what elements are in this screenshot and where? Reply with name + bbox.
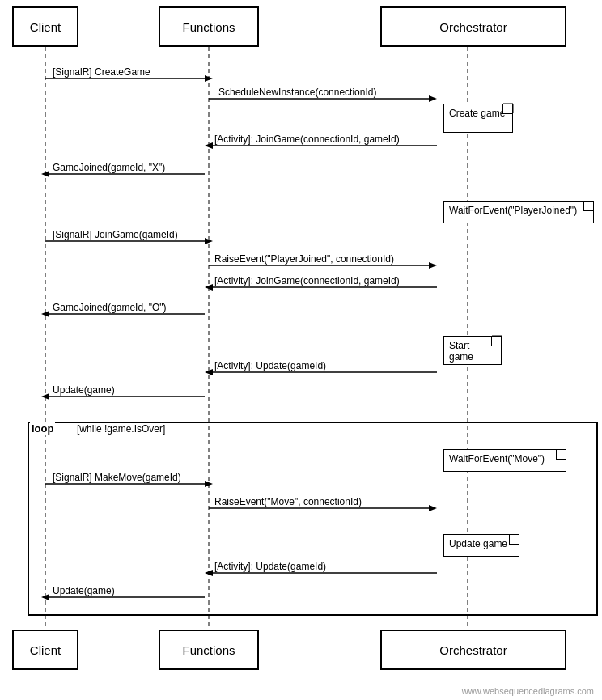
msg-joingame-2: [Activity]: JoinGame(connectionId, gameI…	[214, 275, 400, 286]
svg-marker-9	[205, 142, 213, 149]
note-start-game: Start game	[443, 336, 502, 365]
svg-marker-27	[429, 505, 437, 511]
svg-marker-11	[41, 171, 49, 177]
client-top-label: Client	[30, 20, 61, 34]
functions-top-label: Functions	[182, 20, 235, 34]
msg-gamejoined-o: GameJoined(gameId, "O")	[53, 302, 167, 313]
svg-marker-25	[205, 481, 213, 487]
watermark: www.websequencediagrams.com	[462, 686, 594, 696]
svg-marker-21	[205, 369, 213, 375]
note-wait-move: WaitForEvent("Move")	[443, 449, 566, 472]
msg-joingame-1: [Activity]: JoinGame(connectionId, gameI…	[214, 134, 400, 145]
svg-marker-13	[205, 238, 213, 244]
svg-marker-7	[429, 95, 437, 102]
functions-top-box: Functions	[159, 6, 259, 47]
client-bottom-label: Client	[30, 643, 61, 657]
note-update-game: Update game	[443, 534, 519, 557]
client-bottom-box: Client	[12, 630, 78, 670]
note-wait-player-joined: WaitForEvent("PlayerJoined")	[443, 201, 594, 223]
svg-marker-5	[205, 75, 213, 82]
msg-raise-playerjoined: RaiseEvent("PlayerJoined", connectionId)	[214, 253, 394, 265]
orchestrator-top-label: Orchestrator	[439, 20, 507, 34]
svg-marker-31	[41, 594, 49, 600]
sequence-diagram: right from client to functions -->	[0, 0, 602, 700]
svg-marker-29	[205, 570, 213, 576]
msg-activity-update-2: [Activity]: Update(gameId)	[214, 561, 326, 572]
functions-bottom-label: Functions	[182, 643, 235, 657]
msg-create-game: [SignalR] CreateGame	[53, 66, 150, 78]
client-top-box: Client	[12, 6, 78, 47]
msg-sigr-joingame: [SignalR] JoinGame(gameId)	[53, 229, 178, 240]
svg-marker-15	[429, 262, 437, 269]
svg-marker-19	[41, 311, 49, 317]
loop-label: loop	[30, 422, 55, 435]
msg-schedule: ScheduleNewInstance(connectionId)	[218, 87, 376, 98]
msg-makemove: [SignalR] MakeMove(gameId)	[53, 472, 181, 483]
svg-marker-17	[205, 284, 213, 291]
msg-activity-update-1: [Activity]: Update(gameId)	[214, 360, 326, 371]
note-create-game: Create game	[443, 104, 513, 133]
msg-gamejoined-x: GameJoined(gameId, "X")	[53, 162, 165, 173]
msg-update-game-2: Update(game)	[53, 585, 115, 596]
msg-update-game-1: Update(game)	[53, 384, 115, 396]
orchestrator-bottom-box: Orchestrator	[380, 630, 566, 670]
orchestrator-bottom-label: Orchestrator	[439, 643, 507, 657]
msg-raise-move: RaiseEvent("Move", connectionId)	[214, 496, 362, 507]
svg-marker-23	[41, 393, 49, 400]
functions-bottom-box: Functions	[159, 630, 259, 670]
orchestrator-top-box: Orchestrator	[380, 6, 566, 47]
loop-condition: [while !game.IsOver]	[77, 423, 165, 435]
